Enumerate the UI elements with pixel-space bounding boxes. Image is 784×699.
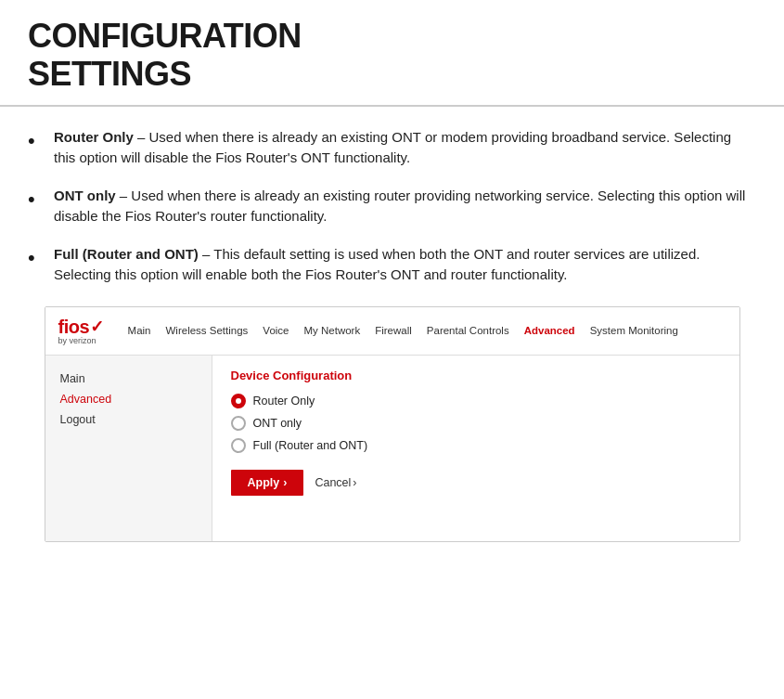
nav-items: Main Wireless Settings Voice My Network …	[121, 323, 686, 338]
nav-item-voice[interactable]: Voice	[255, 323, 296, 338]
radio-circle-router-only	[231, 394, 246, 408]
sidebar-item-main[interactable]: Main	[60, 369, 197, 389]
router-ui-mockup: fios✓ by verizon Main Wireless Settings …	[45, 306, 740, 542]
list-item: • Router Only – Used when there is alrea…	[28, 127, 756, 169]
button-row: Apply › Cancel ›	[231, 470, 721, 496]
bullet-dot: •	[28, 184, 45, 214]
cancel-button[interactable]: Cancel ›	[315, 476, 356, 489]
radio-option-router-only[interactable]: Router Only	[231, 394, 721, 408]
sidebar-item-logout[interactable]: Logout	[60, 409, 197, 430]
router-main-content: Main Advanced Logout Device Configuratio…	[45, 356, 739, 541]
list-item: • Full (Router and ONT) – This default s…	[28, 244, 756, 286]
radio-circle-full	[231, 438, 246, 453]
device-config-panel: Device Configuration Router Only ONT onl…	[212, 356, 739, 541]
nav-item-advanced[interactable]: Advanced	[517, 323, 583, 338]
radio-circle-ont-only	[231, 416, 246, 431]
fios-sub-text: by verizon	[58, 336, 96, 345]
nav-bar: fios✓ by verizon Main Wireless Settings …	[45, 307, 739, 356]
fios-checkmark: ✓	[90, 317, 104, 337]
nav-item-main[interactable]: Main	[121, 323, 159, 338]
sidebar: Main Advanced Logout	[45, 356, 212, 541]
fios-brand-text: fios	[58, 317, 90, 338]
radio-option-ont-only[interactable]: ONT only	[231, 416, 721, 431]
nav-item-firewall[interactable]: Firewall	[367, 323, 419, 338]
page-header: CONFIGURATION SETTINGS	[0, 0, 784, 105]
radio-option-full[interactable]: Full (Router and ONT)	[231, 438, 721, 453]
nav-item-wireless[interactable]: Wireless Settings	[159, 323, 256, 338]
main-content: • Router Only – Used when there is alrea…	[0, 127, 784, 561]
sidebar-item-advanced[interactable]: Advanced	[60, 389, 197, 409]
radio-label-full: Full (Router and ONT)	[253, 439, 368, 452]
radio-label-router-only: Router Only	[253, 395, 315, 408]
bullet-dot: •	[28, 125, 45, 156]
device-config-title: Device Configuration	[231, 369, 721, 382]
fios-logo: fios✓ by verizon	[58, 317, 104, 345]
radio-group: Router Only ONT only Full (Router and ON…	[231, 394, 721, 453]
bullet-dot: •	[28, 242, 45, 273]
apply-button[interactable]: Apply ›	[231, 470, 304, 496]
nav-item-mynetwork[interactable]: My Network	[296, 323, 367, 338]
page-title: CONFIGURATION SETTINGS	[28, 17, 756, 94]
nav-item-sysmon[interactable]: System Monitoring	[583, 323, 686, 338]
radio-label-ont-only: ONT only	[253, 417, 302, 430]
list-item: • ONT only – Used when there is already …	[28, 186, 756, 227]
nav-item-parental[interactable]: Parental Controls	[419, 323, 517, 338]
header-divider	[0, 105, 784, 107]
cancel-arrow-icon: ›	[353, 476, 356, 489]
apply-arrow-icon: ›	[283, 476, 287, 489]
bullet-list: • Router Only – Used when there is alrea…	[28, 127, 756, 286]
